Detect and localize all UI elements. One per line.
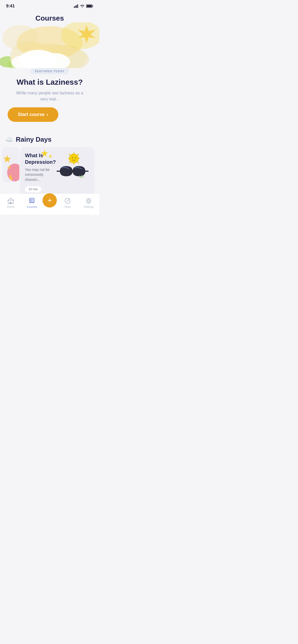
signal-icon	[74, 4, 78, 8]
nav-label-home: Home	[7, 205, 14, 208]
course-duration: 10 min	[25, 186, 41, 192]
hero-description: While many people see laziness as a very…	[0, 90, 99, 107]
nav-item-home[interactable]: Home	[0, 198, 21, 208]
nav-item-courses[interactable]: Courses	[21, 198, 43, 208]
tests-icon: +	[64, 198, 71, 204]
nav-add-button[interactable]: +	[43, 193, 57, 208]
cards-container: What Is Depression? You may not be consc…	[0, 147, 99, 196]
svg-rect-0	[74, 6, 75, 8]
svg-line-27	[78, 162, 78, 163]
svg-text:+: +	[69, 199, 70, 200]
rainy-days-cloud-icon: ☁️	[5, 136, 13, 143]
svg-rect-1	[75, 6, 76, 8]
rainy-days-title: Rainy Days	[16, 136, 51, 143]
sparkle-icon	[41, 150, 53, 162]
svg-point-33	[75, 157, 76, 158]
svg-rect-3	[77, 4, 78, 8]
svg-line-31	[69, 154, 70, 155]
status-time: 9:41	[6, 4, 15, 9]
svg-rect-5	[87, 5, 92, 7]
nav-add-icon: +	[47, 197, 52, 204]
page-title: Courses	[0, 10, 99, 22]
svg-point-13	[3, 25, 38, 50]
svg-rect-35	[85, 171, 89, 172]
start-course-button[interactable]: Start course ›	[8, 107, 58, 122]
hero-section: FEATURED TODAY What is Laziness? While m…	[0, 22, 99, 129]
wifi-icon	[80, 4, 85, 8]
start-course-label: Start course	[18, 112, 45, 117]
courses-icon	[29, 198, 35, 204]
nav-item-tests[interactable]: + Tests	[57, 198, 78, 208]
nav-item-settings[interactable]: Settings	[78, 198, 100, 208]
hero-title: What is Laziness?	[0, 77, 99, 90]
svg-rect-45	[10, 202, 12, 204]
svg-point-53	[88, 200, 90, 202]
svg-point-23	[69, 154, 78, 163]
nav-label-settings: Settings	[84, 205, 94, 208]
hero-illustration	[0, 22, 99, 68]
rainy-days-section-header: ☁️ Rainy Days	[0, 129, 99, 147]
svg-point-32	[72, 157, 73, 158]
depression-card-svg	[56, 152, 89, 180]
featured-badge: FEATURED TODAY	[30, 68, 69, 74]
peek-card-illustration	[2, 147, 19, 183]
svg-line-39	[83, 175, 84, 178]
start-course-arrow: ›	[47, 112, 48, 117]
status-bar: 9:41	[0, 0, 99, 10]
status-icons	[74, 4, 93, 8]
home-icon	[7, 198, 14, 204]
nav-label-tests: Tests	[64, 205, 71, 208]
course-card-illustration	[56, 152, 89, 180]
scroll-area[interactable]: Courses	[0, 10, 99, 196]
svg-marker-40	[41, 150, 48, 157]
svg-rect-2	[76, 5, 77, 8]
svg-line-29	[69, 162, 70, 163]
bottom-nav: Home Courses + + Tests Settings	[0, 194, 99, 215]
svg-line-25	[78, 154, 78, 155]
settings-icon	[85, 198, 92, 204]
hero-bg-svg	[0, 22, 99, 68]
svg-rect-34	[72, 170, 73, 172]
course-card-depression[interactable]: What Is Depression? You may not be consc…	[20, 147, 94, 196]
course-card-description: You may not be consciously choosin...	[25, 167, 56, 182]
svg-rect-36	[57, 171, 60, 172]
battery-icon	[86, 4, 93, 8]
nav-label-courses: Courses	[27, 205, 37, 208]
svg-marker-41	[48, 154, 52, 158]
